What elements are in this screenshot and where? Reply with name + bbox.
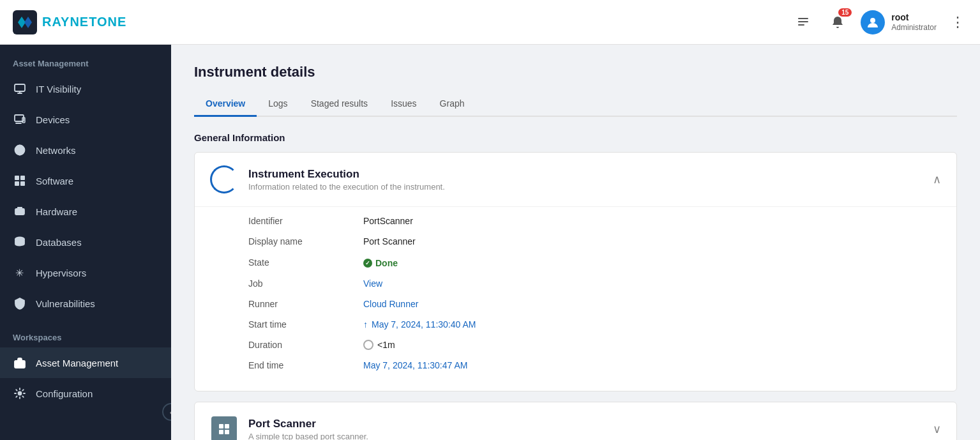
- content-area: Instrument details Overview Logs Staged …: [171, 45, 980, 440]
- more-options-button[interactable]: ⋮: [948, 11, 967, 33]
- port-scanner-subtitle: A simple tcp based port scanner.: [248, 432, 933, 441]
- status-dot-icon: [363, 259, 372, 268]
- logo-icon: [13, 10, 37, 34]
- sidebar-item-networks[interactable]: Networks: [0, 135, 171, 165]
- sidebar-item-label: Networks: [36, 145, 76, 156]
- sidebar-item-label: Asset Management: [36, 358, 118, 368]
- table-row: End time May 7, 2024, 11:30:47 AM: [248, 355, 941, 376]
- sidebar-section-workspaces: Workspaces: [0, 319, 171, 347]
- state-label: State: [248, 252, 363, 273]
- instrument-execution-title: Instrument Execution: [248, 168, 933, 181]
- display-name-value: Port Scanner: [363, 231, 941, 252]
- user-role: Administrator: [891, 23, 937, 33]
- list-icon-button[interactable]: [792, 11, 815, 34]
- svg-rect-3: [798, 24, 804, 26]
- job-label: Job: [248, 273, 363, 294]
- port-scanner-card-header[interactable]: Port Scanner A simple tcp based port sca…: [195, 402, 956, 440]
- sidebar: Asset Management IT Visibility Devices N…: [0, 45, 171, 440]
- svg-point-15: [19, 211, 21, 213]
- start-time-icon: ↑: [363, 319, 368, 330]
- table-row: State Done: [248, 252, 941, 273]
- tab-overview[interactable]: Overview: [194, 92, 257, 117]
- notification-badge: 15: [838, 8, 852, 17]
- hardware-icon: [13, 204, 27, 218]
- start-time-label: Start time: [248, 314, 363, 335]
- svg-point-19: [19, 392, 22, 395]
- globe-icon: [13, 143, 27, 157]
- tab-graph[interactable]: Graph: [428, 92, 476, 117]
- runner-value[interactable]: Cloud Runner: [363, 294, 941, 314]
- start-time-value: ↑ May 7, 2024, 11:30:40 AM: [363, 314, 941, 335]
- gear-icon: [13, 386, 27, 400]
- sidebar-item-label: Configuration: [36, 388, 93, 399]
- avatar-icon: [866, 16, 879, 29]
- sidebar-item-label: IT Visibility: [36, 84, 81, 95]
- instrument-execution-body: Identifier PortScanner Display name Port…: [195, 206, 956, 391]
- user-name: root: [891, 11, 937, 23]
- bell-icon: [831, 15, 845, 29]
- svg-text:✳: ✳: [15, 268, 24, 278]
- grid-icon: [13, 174, 27, 188]
- sidebar-item-label: Vulnerabilities: [36, 298, 95, 309]
- tab-issues[interactable]: Issues: [379, 92, 428, 117]
- briefcase-icon: [13, 356, 27, 370]
- sidebar-item-hardware[interactable]: Hardware: [0, 196, 171, 227]
- identifier-value: PortScanner: [363, 211, 941, 231]
- sidebar-item-databases[interactable]: Databases: [0, 227, 171, 257]
- shield-icon: [13, 296, 27, 310]
- sidebar-item-label: Databases: [36, 237, 82, 248]
- user-avatar: [861, 10, 885, 34]
- tab-logs[interactable]: Logs: [257, 92, 299, 117]
- svg-point-4: [870, 18, 875, 23]
- duration-label: Duration: [248, 335, 363, 355]
- sidebar-item-label: Hardware: [36, 206, 77, 217]
- display-name-label: Display name: [248, 231, 363, 252]
- svg-rect-11: [20, 176, 25, 180]
- info-table: Identifier PortScanner Display name Port…: [248, 211, 941, 376]
- sidebar-item-label: Hypervisors: [36, 268, 86, 278]
- tab-staged-results[interactable]: Staged results: [299, 92, 380, 117]
- svg-rect-10: [15, 176, 19, 180]
- svg-rect-12: [15, 181, 19, 186]
- table-row: Start time ↑ May 7, 2024, 11:30:40 AM: [248, 314, 941, 335]
- chevron-up-icon: ∧: [933, 172, 941, 186]
- sidebar-item-hypervisors[interactable]: ✳ Hypervisors: [0, 257, 171, 288]
- job-value[interactable]: View: [363, 273, 941, 294]
- svg-rect-21: [219, 430, 223, 434]
- state-value: Done: [363, 252, 941, 273]
- user-menu[interactable]: root Administrator: [861, 10, 937, 34]
- asterisk-icon: ✳: [13, 266, 27, 280]
- scanner-svg-icon: [216, 421, 232, 437]
- user-info: root Administrator: [891, 11, 937, 33]
- database-icon: [13, 235, 27, 249]
- main-layout: Asset Management IT Visibility Devices N…: [0, 45, 980, 440]
- instrument-execution-header-text: Instrument Execution Information related…: [248, 168, 933, 192]
- table-row: Duration <1m: [248, 335, 941, 355]
- tabs: Overview Logs Staged results Issues Grap…: [194, 92, 957, 117]
- desktop-icon: [13, 112, 27, 126]
- svg-rect-5: [15, 84, 25, 91]
- table-row: Job View: [248, 273, 941, 294]
- svg-rect-13: [20, 181, 25, 186]
- sidebar-item-label: Devices: [36, 114, 70, 125]
- sidebar-item-configuration[interactable]: Configuration: [0, 378, 171, 409]
- duration-value: <1m: [363, 335, 941, 355]
- runner-label: Runner: [248, 294, 363, 314]
- svg-rect-20: [219, 424, 223, 429]
- sidebar-item-it-visibility[interactable]: IT Visibility: [0, 73, 171, 104]
- notification-bell-button[interactable]: 15: [826, 11, 849, 34]
- topbar: RAYNETONE 15 ro: [0, 0, 980, 45]
- sidebar-item-asset-management[interactable]: Asset Management: [0, 347, 171, 378]
- logo: RAYNETONE: [13, 10, 126, 34]
- instrument-execution-card-header[interactable]: Instrument Execution Information related…: [195, 153, 956, 206]
- svg-rect-2: [798, 21, 808, 22]
- topbar-right: 15 root Administrator ⋮: [792, 10, 967, 34]
- list-icon: [796, 15, 810, 29]
- sidebar-item-vulnerabilities[interactable]: Vulnerabilities: [0, 288, 171, 319]
- identifier-label: Identifier: [248, 211, 363, 231]
- sidebar-item-software[interactable]: Software: [0, 165, 171, 196]
- instrument-execution-subtitle: Information related to the execution of …: [248, 182, 933, 192]
- instrument-execution-icon: [210, 165, 238, 193]
- port-scanner-title: Port Scanner: [248, 418, 933, 430]
- sidebar-item-devices[interactable]: Devices: [0, 104, 171, 135]
